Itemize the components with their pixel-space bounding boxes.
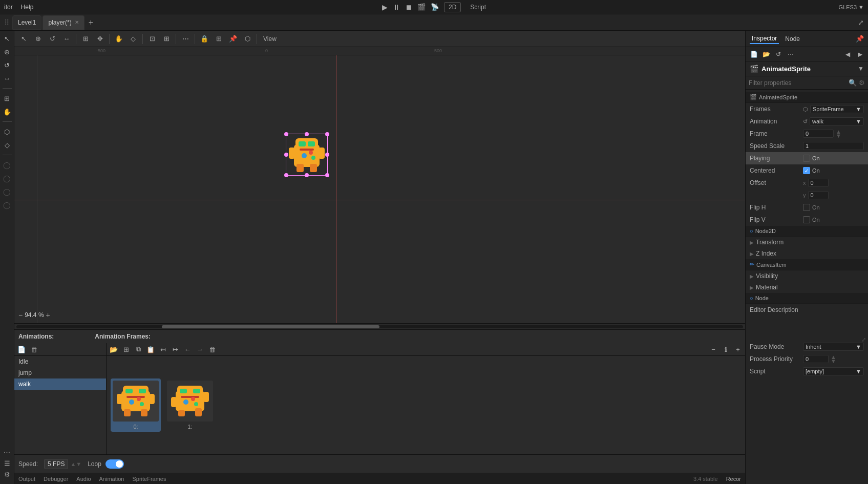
status-tab-audio[interactable]: Audio: [76, 476, 91, 482]
tab-player[interactable]: player(*) ✕: [43, 15, 84, 30]
frame-item-1[interactable]: 1:: [165, 378, 215, 432]
insp-folder-btn[interactable]: 📂: [761, 49, 771, 59]
tool-dots[interactable]: ⋯: [2, 446, 13, 457]
mode-2d-button[interactable]: 2D: [444, 2, 461, 12]
tool-rotate[interactable]: ↺: [2, 59, 13, 71]
insp-refresh-btn[interactable]: ↺: [773, 49, 784, 59]
toolbar-transform[interactable]: ⊡: [146, 33, 158, 45]
frame-item-0[interactable]: 0:: [111, 378, 161, 432]
process-priority-spinbox[interactable]: ▲▼: [831, 355, 836, 363]
scrollbar-thumb[interactable]: [162, 325, 380, 328]
play-button[interactable]: ▶: [382, 3, 388, 11]
movie-button[interactable]: 🎬: [417, 3, 426, 11]
process-priority-input[interactable]: [803, 355, 829, 363]
flip-v-checkbox[interactable]: [803, 216, 810, 223]
status-tab-animation[interactable]: Animation: [99, 476, 124, 482]
view-menu-button[interactable]: View: [260, 34, 280, 44]
visibility-collapse[interactable]: ▶ Visibility: [746, 270, 868, 282]
frame-spinbox[interactable]: ▲▼: [836, 130, 841, 138]
inspector-tab[interactable]: Inspector: [750, 34, 779, 44]
status-tab-spriteframes[interactable]: SpriteFrames: [132, 476, 166, 482]
tab-add-button[interactable]: +: [86, 18, 96, 27]
toolbar-scale[interactable]: ↔: [60, 33, 73, 45]
toolbar-grid[interactable]: ⊞: [79, 33, 92, 45]
toolbar-select[interactable]: ↖: [17, 33, 30, 45]
handle-bl[interactable]: [284, 173, 288, 177]
script-dropdown[interactable]: [empty] ▼: [803, 367, 864, 375]
handle-mr[interactable]: [325, 153, 329, 157]
tool-bone[interactable]: ⬡: [2, 126, 13, 137]
canvas-scrollbar[interactable]: [14, 323, 745, 329]
menu-help[interactable]: Help: [21, 4, 34, 11]
editor-desc-expand[interactable]: ⤢: [861, 336, 866, 341]
frames-zoom-out-btn[interactable]: −: [708, 344, 718, 354]
tab-player-close[interactable]: ✕: [75, 19, 79, 25]
frames-paste-btn[interactable]: 📋: [145, 344, 156, 354]
handle-bm[interactable]: [305, 173, 309, 177]
toolbar-move[interactable]: ⊕: [32, 33, 44, 45]
toolbar-snap[interactable]: ✥: [94, 33, 106, 45]
frames-fwd-btn[interactable]: →: [195, 344, 205, 354]
anim-add-file-btn[interactable]: 📄: [16, 344, 27, 354]
fullscreen-button[interactable]: ⤢: [858, 18, 864, 27]
tool-pan[interactable]: ✋: [2, 106, 13, 117]
handle-tl[interactable]: [284, 132, 288, 136]
zoom-plus[interactable]: +: [46, 311, 50, 319]
toolbar-group[interactable]: ⊞: [213, 33, 225, 45]
filter-input[interactable]: [749, 79, 846, 87]
anim-item-idle[interactable]: Idle: [14, 356, 106, 367]
tool-settings[interactable]: ⚙: [2, 469, 13, 480]
frames-delete-btn[interactable]: 🗑: [207, 344, 217, 354]
toolbar-vis[interactable]: ⬡: [241, 33, 253, 45]
insp-more-btn[interactable]: ⋯: [786, 49, 796, 59]
zindex-collapse[interactable]: ▶ Z Index: [746, 248, 868, 259]
status-tab-debugger[interactable]: Debugger: [44, 476, 68, 482]
tool-move[interactable]: ⊕: [2, 46, 13, 57]
animation-dropdown[interactable]: walk ▼: [810, 117, 864, 125]
frames-copy-btn[interactable]: ⧉: [133, 344, 143, 354]
sprite-selection[interactable]: [286, 134, 328, 176]
frame-input[interactable]: [803, 130, 834, 138]
node-tab[interactable]: Node: [783, 34, 802, 44]
status-tab-output[interactable]: Output: [18, 476, 35, 482]
toolbar-measure[interactable]: ◇: [127, 33, 139, 45]
transform-collapse[interactable]: ▶ Transform: [746, 237, 868, 248]
insp-file-btn[interactable]: 📄: [749, 49, 759, 59]
scrollbar-track[interactable]: [16, 325, 743, 328]
toolbar-pan[interactable]: ✋: [113, 33, 125, 45]
frames-grid-btn[interactable]: ⊞: [121, 344, 131, 354]
flip-h-checkbox[interactable]: [803, 204, 810, 211]
menu-itor[interactable]: itor: [4, 4, 13, 11]
frames-dropdown[interactable]: SpriteFrame ▼: [810, 105, 864, 113]
node-dropdown-btn[interactable]: ▼: [858, 65, 864, 72]
pause-button[interactable]: ⏸: [393, 3, 400, 11]
insp-nav-back[interactable]: ◀: [842, 49, 853, 59]
tab-level1[interactable]: Level1: [12, 15, 41, 30]
filter-more-icon[interactable]: ⚙: [859, 79, 865, 87]
toolbar-more[interactable]: ⋯: [179, 33, 192, 45]
anim-item-walk[interactable]: walk: [14, 378, 106, 390]
anim-item-jump[interactable]: jump: [14, 367, 106, 378]
centered-checkbox[interactable]: ✓: [803, 167, 810, 174]
tool-grid[interactable]: ⊞: [2, 93, 13, 104]
offset-y-input[interactable]: [808, 191, 829, 199]
tool-scale[interactable]: ↔: [2, 73, 13, 84]
pause-mode-dropdown[interactable]: Inherit ▼: [803, 343, 864, 351]
handle-tr[interactable]: [325, 132, 329, 136]
anim-delete-btn[interactable]: 🗑: [29, 344, 39, 354]
remote-button[interactable]: 📡: [431, 3, 439, 11]
frames-prev-btn[interactable]: ↤: [158, 344, 168, 354]
frames-open-btn[interactable]: 📂: [109, 344, 119, 354]
frames-next-btn[interactable]: ↦: [170, 344, 180, 354]
toolbar-local[interactable]: ⊞: [160, 33, 173, 45]
insp-nav-fwd[interactable]: ▶: [855, 49, 865, 59]
frames-zoom-in-btn[interactable]: +: [733, 344, 743, 354]
speed-scale-input[interactable]: [803, 142, 864, 150]
frames-back-btn[interactable]: ←: [182, 344, 193, 354]
handle-tm[interactable]: [305, 132, 309, 136]
toolbar-pin[interactable]: 📌: [227, 33, 239, 45]
handle-br[interactable]: [325, 173, 329, 177]
zoom-minus[interactable]: −: [18, 311, 23, 319]
tool-polygon[interactable]: ◇: [2, 139, 13, 151]
frames-info-btn[interactable]: ℹ: [721, 344, 731, 354]
